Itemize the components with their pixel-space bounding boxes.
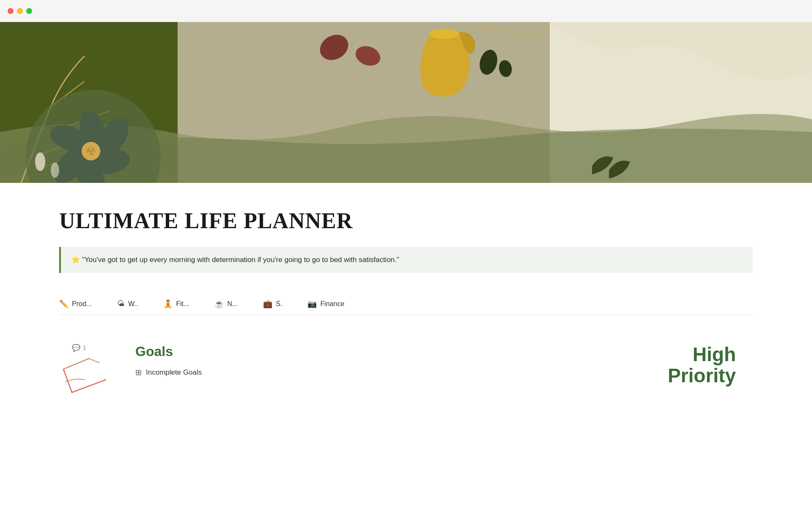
svg-point-12	[90, 148, 92, 150]
tab-fitness[interactable]: 🧘 Fit...	[163, 293, 214, 315]
tab-schedule-label: S.	[276, 300, 282, 308]
camera-icon: 📷	[307, 299, 317, 309]
maximize-button[interactable]	[26, 8, 32, 14]
svg-line-25	[89, 359, 99, 363]
quote-content: "You've got to get up every morning with…	[82, 256, 399, 264]
comment-icon: 💬	[72, 344, 80, 352]
quote-text: ⭐ "You've got to get up every morning wi…	[71, 254, 399, 265]
svg-line-23	[63, 359, 89, 369]
nav-tabs: ✏️ Prod... 🌤 W.. 🧘 Fit... ☕ N... 💼 S. 📷	[59, 293, 753, 315]
comment-bubble: 💬 1	[72, 344, 86, 352]
tab-finance[interactable]: 📷 Finance	[307, 293, 370, 315]
tab-nutrition[interactable]: ☕ N...	[214, 293, 263, 315]
svg-point-14	[88, 152, 90, 155]
minimize-button[interactable]	[17, 8, 23, 14]
svg-point-16	[51, 163, 59, 178]
svg-point-19	[429, 29, 459, 39]
comment-count: 1	[83, 344, 86, 351]
tab-finance-label: Finance	[320, 300, 344, 308]
tab-nutrition-label: N...	[227, 300, 238, 308]
person-icon: 🧘	[163, 299, 173, 309]
priority-section: High Priority	[668, 344, 753, 387]
priority-line2: Priority	[668, 365, 736, 387]
quote-block: ⭐ "You've got to get up every morning wi…	[59, 247, 753, 273]
coffee-icon: ☕	[214, 299, 224, 309]
main-content: ULTIMATE LIFE PLANNER ⭐ "You've got to g…	[0, 22, 812, 411]
incomplete-goals-label: Incomplete Goals	[146, 368, 202, 377]
goals-section: Goals ⊞ Incomplete Goals	[135, 344, 642, 377]
sun-icon: 🌤	[117, 299, 125, 308]
briefcase-icon: 💼	[263, 299, 272, 309]
tab-fitness-label: Fit...	[176, 300, 189, 308]
sketch-area: 💬 1	[59, 344, 110, 395]
svg-line-24	[72, 380, 106, 392]
page-title: ULTIMATE LIFE PLANNER	[59, 208, 753, 233]
tab-productivity[interactable]: ✏️ Prod...	[59, 293, 117, 315]
goals-title: Goals	[135, 344, 642, 359]
tab-productivity-label: Prod...	[72, 300, 92, 308]
quote-emoji: ⭐	[71, 256, 80, 264]
tab-wellness[interactable]: 🌤 W..	[117, 293, 163, 314]
priority-text: High Priority	[668, 344, 736, 387]
bottom-section: 💬 1 Goals ⊞ Incomplete Goals	[59, 335, 753, 395]
hero-banner	[0, 22, 812, 183]
tab-wellness-label: W..	[128, 300, 138, 308]
window-chrome	[0, 0, 812, 22]
content-area: ULTIMATE LIFE PLANNER ⭐ "You've got to g…	[0, 183, 812, 411]
pencil-icon: ✏️	[59, 299, 69, 309]
table-icon: ⊞	[135, 368, 142, 377]
close-button[interactable]	[8, 8, 14, 14]
tab-schedule[interactable]: 💼 S.	[263, 293, 307, 315]
svg-point-13	[92, 151, 94, 154]
priority-line1: High	[668, 344, 736, 365]
incomplete-goals-row[interactable]: ⊞ Incomplete Goals	[135, 368, 642, 377]
svg-point-15	[35, 152, 45, 171]
